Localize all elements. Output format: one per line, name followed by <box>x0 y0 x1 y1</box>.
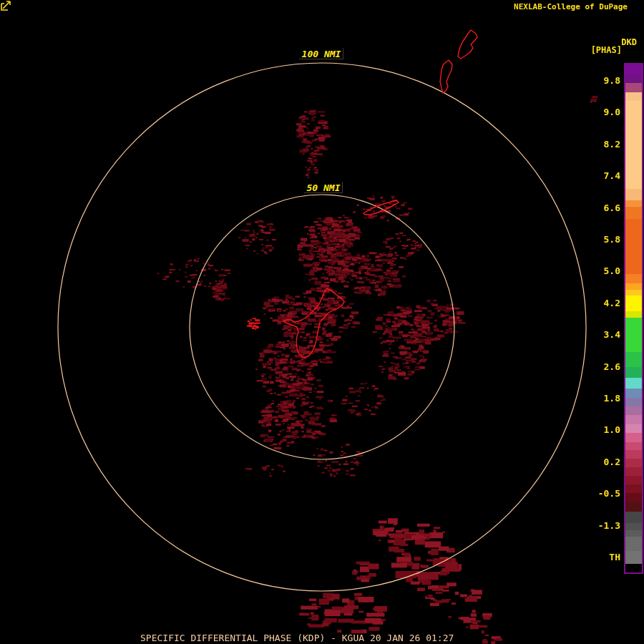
colorbar-tick-label: 9.8 <box>604 75 620 86</box>
colorbar-segment <box>625 450 642 459</box>
product-unit-label: [PHAS] <box>591 46 622 54</box>
brand-text: NEXLAB-College of DuPage <box>514 3 628 11</box>
colorbar-segment <box>625 530 642 537</box>
colorbar-segment <box>625 476 642 484</box>
colorbar-segment <box>625 83 642 92</box>
product-code-label: DKD <box>621 38 637 47</box>
colorbar-segment <box>625 398 642 406</box>
colorbar-segment <box>625 74 642 83</box>
colorbar-segment <box>625 406 642 415</box>
colorbar <box>624 63 643 574</box>
colorbar-segment <box>625 389 642 398</box>
colorbar-segment <box>625 484 642 493</box>
colorbar-segment <box>625 200 642 207</box>
colorbar-segment <box>625 92 642 101</box>
colorbar-tick-label: 3.4 <box>604 329 620 340</box>
island-outline-tinian <box>440 60 452 93</box>
colorbar-segment <box>625 189 642 201</box>
colorbar-segment <box>625 101 642 189</box>
colorbar-segment <box>625 433 642 442</box>
colorbar-segment <box>625 219 642 273</box>
colorbar-segment <box>625 467 642 476</box>
colorbar-tick-label: 4.2 <box>604 298 620 308</box>
radar-display: NEXLAB-College of DuPage DKD [PHAS] 100 … <box>0 0 644 644</box>
colorbar-segment <box>625 296 642 311</box>
range-ring-100nmi <box>58 63 586 591</box>
colorbar-segment <box>625 290 642 296</box>
colorbar-segment <box>625 207 642 219</box>
colorbar-tick-label: 0.2 <box>604 457 620 467</box>
colorbar-tick-label: 5.0 <box>604 265 620 276</box>
cod-logo-icon <box>0 0 11 11</box>
colorbar-segment <box>625 551 642 564</box>
range-ring-label-50nmi: 50 NMI <box>305 182 343 193</box>
colorbar-tick-label: TH <box>609 552 620 562</box>
colorbar-segment <box>625 274 642 284</box>
colorbar-segment <box>625 502 642 512</box>
colorbar-segment <box>625 459 642 467</box>
colorbar-tick-label: 1.8 <box>604 393 620 404</box>
map-overlay <box>0 0 644 644</box>
colorbar-segment <box>625 493 642 502</box>
colorbar-tick-label: -1.3 <box>598 520 620 531</box>
colorbar-tick-label: 5.8 <box>604 234 620 245</box>
colorbar-tick-label: 9.0 <box>604 107 620 117</box>
colorbar-segment <box>625 283 642 290</box>
colorbar-tick-label: 8.2 <box>604 139 620 150</box>
colorbar-segment <box>625 512 642 523</box>
colorbar-segment <box>625 64 642 74</box>
colorbar-tick-label: 7.4 <box>604 170 620 181</box>
island-outline-rota <box>364 200 399 215</box>
island-outline-saipan <box>458 30 477 59</box>
island-outline-guam <box>283 288 344 358</box>
range-ring-label-100nmi: 100 NMI <box>300 49 343 59</box>
colorbar-tick-label: 1.0 <box>604 424 620 435</box>
product-caption: SPECIFIC DIFFERENTIAL PHASE (KDP) - KGUA… <box>140 633 454 643</box>
colorbar-segment <box>625 537 642 551</box>
colorbar-segment <box>625 352 642 368</box>
colorbar-segment <box>625 318 642 352</box>
colorbar-segment <box>625 378 642 389</box>
colorbar-segment <box>625 311 642 318</box>
colorbar-tick-label: -0.5 <box>598 488 620 499</box>
colorbar-segment <box>625 523 642 530</box>
colorbar-segment <box>625 442 642 451</box>
colorbar-segment <box>625 415 642 424</box>
colorbar-segment <box>625 564 642 572</box>
colorbar-tick-label: 6.6 <box>604 203 620 213</box>
range-ring-50nmi <box>190 195 454 459</box>
colorbar-tick-label: 2.6 <box>604 361 620 372</box>
colorbar-segment <box>625 367 642 378</box>
colorbar-segment <box>625 424 642 433</box>
